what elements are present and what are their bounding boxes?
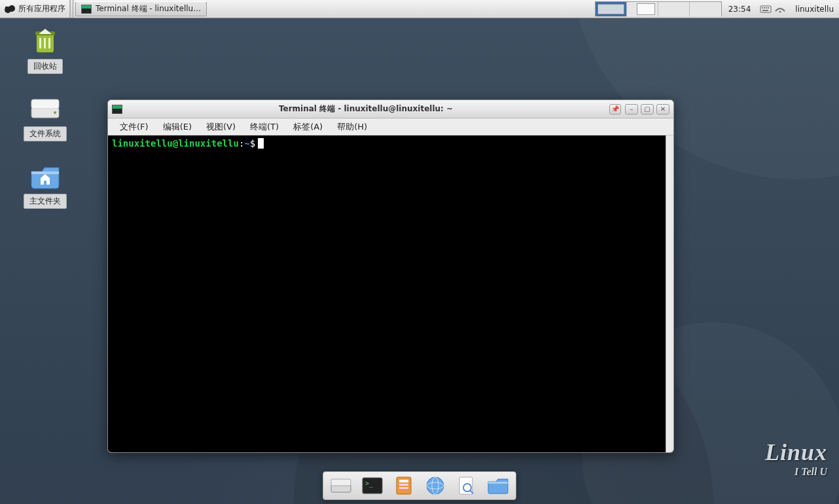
- applications-menu-label: 所有应用程序: [18, 3, 65, 14]
- prompt-symbol: $: [250, 138, 255, 149]
- svg-rect-8: [762, 10, 768, 11]
- menu-help[interactable]: 帮助(H): [330, 119, 374, 135]
- menu-edit[interactable]: 编辑(E): [156, 119, 198, 135]
- svg-point-1: [9, 5, 15, 12]
- svg-rect-2: [5, 7, 7, 8]
- workspace-3[interactable]: [658, 2, 690, 16]
- workspace-4[interactable]: [690, 2, 721, 16]
- clock[interactable]: 23:54: [723, 0, 757, 18]
- svg-rect-20: [331, 479, 351, 486]
- svg-point-18: [54, 111, 56, 114]
- minimize-button[interactable]: –: [625, 104, 638, 115]
- desktop-icons: 回收站 文件系统 主文件夹: [16, 26, 75, 209]
- svg-rect-12: [39, 38, 41, 48]
- dock: >_: [323, 471, 516, 500]
- dock-folder[interactable]: [486, 475, 510, 497]
- panel-handle[interactable]: [70, 0, 74, 18]
- top-panel: 所有应用程序 Terminal 终端 - linuxitellu… 23:54 …: [0, 0, 839, 18]
- window-titlebar[interactable]: Terminal 终端 - linuxitellu@linuxitellu: ~…: [108, 100, 673, 118]
- svg-rect-26: [399, 487, 408, 489]
- keyboard-icon[interactable]: [760, 5, 772, 14]
- window-title: Terminal 终端 - linuxitellu@linuxitellu: ~: [126, 103, 605, 115]
- terminal-cursor: [258, 138, 264, 149]
- desktop-icon-label: 主文件夹: [24, 194, 67, 209]
- user-menu[interactable]: linuxitellu: [790, 0, 839, 18]
- menu-file[interactable]: 文件(F): [113, 119, 155, 135]
- svg-rect-14: [48, 38, 50, 48]
- menu-bar: 文件(F) 编辑(E) 视图(V) 终端(T) 标签(A) 帮助(H): [108, 118, 673, 135]
- window-controls: – ▢ ✕: [625, 104, 669, 115]
- display-icon[interactable]: [774, 5, 786, 14]
- desktop-icon-label: 文件系统: [24, 126, 67, 141]
- menu-terminal[interactable]: 终端(T): [243, 119, 285, 135]
- panel-spacer: [208, 0, 594, 18]
- desktop-icon-label: 回收站: [27, 59, 63, 74]
- terminal-scrollbar[interactable]: [666, 135, 673, 452]
- mouse-icon: [4, 4, 16, 14]
- svg-rect-4: [762, 7, 763, 9]
- drive-icon: [28, 94, 62, 124]
- svg-rect-17: [31, 99, 59, 109]
- watermark-line2: I Tell U: [765, 466, 827, 478]
- applications-menu[interactable]: 所有应用程序: [0, 0, 70, 18]
- dock-file-manager[interactable]: [329, 475, 353, 497]
- svg-text:>_: >_: [365, 480, 374, 488]
- system-tray: [756, 0, 790, 18]
- maximize-button[interactable]: ▢: [641, 104, 654, 115]
- svg-rect-6: [766, 7, 767, 9]
- taskbar-item-label: Terminal 终端 - linuxitellu…: [96, 3, 201, 14]
- prompt-path: ~: [244, 138, 249, 149]
- svg-point-27: [427, 477, 444, 494]
- close-button[interactable]: ✕: [656, 104, 669, 115]
- terminal-icon: >_: [361, 477, 384, 495]
- svg-rect-7: [768, 7, 769, 9]
- folder-icon: [487, 477, 509, 495]
- workspace-1[interactable]: [596, 2, 627, 16]
- watermark-line1: Linux: [765, 439, 827, 466]
- prompt-user: linuxitellu@linuxitellu: [112, 138, 239, 149]
- desktop-icon-home[interactable]: 主文件夹: [16, 161, 75, 209]
- desktop-icon-filesystem[interactable]: 文件系统: [16, 94, 75, 141]
- svg-rect-3: [760, 6, 771, 12]
- terminal-body[interactable]: linuxitellu@linuxitellu:~$: [108, 135, 673, 452]
- window-pin-button[interactable]: 📌: [609, 104, 621, 115]
- file-manager-icon: [330, 477, 352, 495]
- dock-search[interactable]: [454, 475, 479, 497]
- home-folder-icon: [28, 161, 62, 191]
- trash-icon: [28, 26, 62, 56]
- dock-contacts[interactable]: [391, 475, 416, 497]
- contacts-icon: [394, 476, 414, 495]
- wallpaper-watermark: Linux I Tell U: [765, 439, 827, 478]
- svg-rect-13: [44, 38, 46, 48]
- dock-terminal[interactable]: >_: [360, 475, 385, 497]
- svg-rect-25: [399, 484, 408, 486]
- taskbar-item-terminal[interactable]: Terminal 终端 - linuxitellu…: [75, 1, 207, 16]
- web-browser-icon: [425, 475, 446, 496]
- svg-rect-33: [488, 482, 508, 484]
- terminal-icon: [112, 105, 122, 114]
- terminal-icon: [81, 5, 92, 14]
- workspace-pager[interactable]: [595, 1, 722, 16]
- svg-point-9: [779, 10, 781, 12]
- svg-rect-24: [399, 480, 408, 482]
- search-icon: [457, 476, 476, 495]
- svg-rect-5: [764, 7, 765, 9]
- menu-view[interactable]: 视图(V): [200, 119, 242, 135]
- workspace-2[interactable]: [627, 2, 658, 16]
- terminal-window: Terminal 终端 - linuxitellu@linuxitellu: ~…: [107, 99, 674, 453]
- menu-tabs[interactable]: 标签(A): [287, 119, 329, 135]
- dock-web-browser[interactable]: [423, 475, 448, 497]
- desktop-icon-recycle-bin[interactable]: 回收站: [16, 26, 75, 74]
